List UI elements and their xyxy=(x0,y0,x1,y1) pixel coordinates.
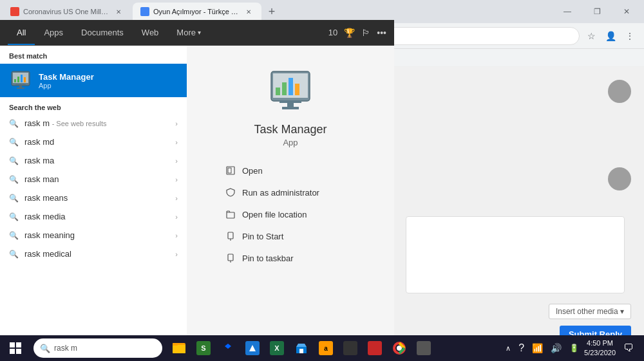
taskbar-app8[interactable] xyxy=(363,335,386,361)
taskbar-app7[interactable] xyxy=(339,335,362,361)
taskbar-network-icon[interactable]: 📶 xyxy=(529,342,545,355)
taskbar-volume-icon[interactable]: 🔊 xyxy=(548,342,564,355)
svg-rect-30 xyxy=(173,345,185,353)
action-open[interactable]: Open xyxy=(219,160,362,181)
menu-icon[interactable]: ⋮ xyxy=(621,27,639,45)
tab-documents-label: Documents xyxy=(81,28,124,37)
pin2-icon xyxy=(225,253,236,263)
svg-rect-13 xyxy=(289,78,293,95)
result-text-5: rask media xyxy=(24,212,170,221)
result-item-5[interactable]: 🔍 rask media › xyxy=(0,207,187,226)
search-content: Best match xyxy=(0,46,394,335)
tab-1[interactable]: Coronavirus US One Million Cas... ✕ xyxy=(3,3,131,21)
taskbar-file-explorer[interactable] xyxy=(167,335,191,361)
tab-more[interactable]: More ▾ xyxy=(167,20,210,45)
result-item-2[interactable]: 🔍 rask ma › xyxy=(0,151,187,170)
tab-2-close[interactable]: ✕ xyxy=(243,6,254,17)
taskbar-app3[interactable] xyxy=(241,335,264,361)
arrow-icon-5: › xyxy=(175,213,178,221)
result-item-6[interactable]: 🔍 rask meaning › xyxy=(0,226,187,245)
new-tab-button[interactable]: + xyxy=(263,3,281,21)
app-detail-type: App xyxy=(283,138,298,147)
app8-icon xyxy=(368,341,382,355)
restore-button[interactable]: ❐ xyxy=(582,0,612,23)
time-display[interactable]: 4:50 PM 5/23/2020 xyxy=(584,338,616,358)
action-open-location[interactable]: Open file location xyxy=(219,204,362,225)
action-pin-taskbar-label: Pin to taskbar xyxy=(242,254,294,263)
insert-media-button[interactable]: Insert other media ▾ xyxy=(549,304,631,319)
close-button[interactable]: ✕ xyxy=(612,0,641,23)
more-dots-icon[interactable]: ••• xyxy=(377,28,386,38)
taskbar-battery[interactable]: 🔋 xyxy=(567,342,582,354)
taskbar-system-icons[interactable]: ∧ xyxy=(503,343,513,354)
taskbar-app9[interactable] xyxy=(412,335,435,361)
action-buttons: Insert other media ▾ xyxy=(406,300,631,323)
taskbar-right: ∧ ? 📶 🔊 🔋 4:50 PM 5/23/2020 🗨 xyxy=(503,335,644,361)
notification-button[interactable]: 🗨 xyxy=(618,335,639,361)
tab-web[interactable]: Web xyxy=(133,20,168,45)
taskbar-chrome[interactable] xyxy=(388,335,411,361)
tab-documents[interactable]: Documents xyxy=(72,20,133,45)
svg-rect-19 xyxy=(228,168,231,173)
taskbar-help-icon[interactable]: ? xyxy=(516,341,527,355)
date-text: 5/23/2020 xyxy=(584,348,616,358)
action-run-admin-label: Run as administrator xyxy=(242,188,319,198)
tab-more-label: More xyxy=(176,28,196,37)
open-icon xyxy=(225,165,236,176)
tab-1-close[interactable]: ✕ xyxy=(113,6,124,17)
caret-icon: ∧ xyxy=(506,344,511,353)
result-item-7[interactable]: 🔍 rask medical › xyxy=(0,245,187,263)
svg-rect-35 xyxy=(299,349,303,353)
start-button[interactable] xyxy=(0,335,31,361)
svg-rect-27 xyxy=(10,349,15,354)
reply-textarea[interactable] xyxy=(406,216,625,293)
taskbar-amazon[interactable]: a xyxy=(314,335,337,361)
action-pin-taskbar[interactable]: Pin to taskbar xyxy=(219,248,362,268)
result-text-0: rask m - See web results xyxy=(24,118,170,128)
pin-icon xyxy=(225,231,236,241)
notification-icon: 🗨 xyxy=(623,342,634,354)
result-item-1[interactable]: 🔍 rask md › xyxy=(0,133,187,151)
right-panel: Insert other media ▾ Submit Reply xyxy=(393,67,644,361)
taskbar-search[interactable]: 🔍 rask m xyxy=(33,338,162,358)
taskbar-scrivener[interactable]: S xyxy=(192,335,215,361)
avatar-2 xyxy=(608,167,631,190)
tab-more-arrow: ▾ xyxy=(198,29,201,36)
arrow-icon-6: › xyxy=(175,232,178,239)
svg-rect-5 xyxy=(24,77,26,82)
arrow-icon-1: › xyxy=(175,138,178,146)
search-web-label: Search the web xyxy=(0,97,187,114)
tab-2[interactable]: Oyun Açılmıyor - Türkçe - Age o... ✕ xyxy=(133,3,261,21)
result-item-4[interactable]: 🔍 rask means › xyxy=(0,189,187,207)
action-pin-start[interactable]: Pin to Start xyxy=(219,226,362,246)
tab-apps[interactable]: Apps xyxy=(35,20,72,45)
arrow-icon-3: › xyxy=(175,176,178,183)
taskbar-store[interactable] xyxy=(290,335,313,361)
result-item-3[interactable]: 🔍 rask man › xyxy=(0,170,187,189)
taskbar-dropbox[interactable] xyxy=(216,335,240,361)
best-match-item[interactable]: Task Manager App xyxy=(0,64,187,97)
search-left-panel: Best match xyxy=(0,46,187,335)
result-text-1: rask md xyxy=(24,137,170,147)
app7-icon xyxy=(343,341,357,355)
window-controls: — ❐ ✕ xyxy=(553,0,641,23)
taskbar-search-text: rask m xyxy=(54,344,77,353)
svg-rect-2 xyxy=(14,79,16,82)
tab-1-favicon xyxy=(10,7,19,16)
account-icon[interactable]: 👤 xyxy=(601,27,620,45)
tab-all[interactable]: All xyxy=(8,20,35,45)
taskbar-excel[interactable]: X xyxy=(265,335,289,361)
shield-icon xyxy=(225,187,236,198)
minimize-button[interactable]: — xyxy=(553,0,582,23)
action-open-location-label: Open file location xyxy=(242,210,307,219)
svg-rect-3 xyxy=(17,77,19,82)
scrivener-icon: S xyxy=(196,341,211,355)
result-item-0[interactable]: 🔍 rask m - See web results › xyxy=(0,114,187,133)
bookmark-icon[interactable]: ☆ xyxy=(582,27,600,45)
action-run-admin[interactable]: Run as administrator xyxy=(219,182,362,203)
search-icon-2: 🔍 xyxy=(9,156,19,165)
volume-icon: 🔊 xyxy=(551,343,562,353)
amazon-icon: a xyxy=(319,341,333,355)
right-panel-content: Insert other media ▾ Submit Reply xyxy=(393,67,644,352)
action-open-label: Open xyxy=(242,166,263,176)
